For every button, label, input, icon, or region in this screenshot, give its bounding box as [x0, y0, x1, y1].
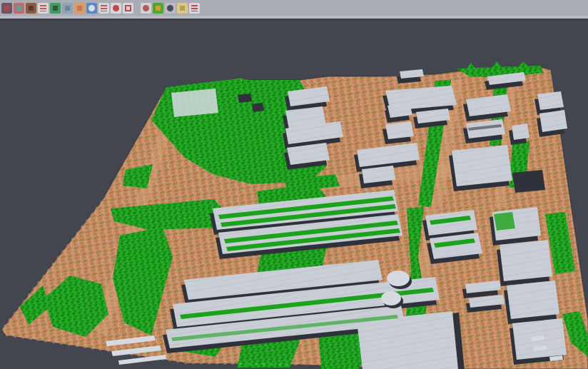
- panel-icon[interactable]: [62, 3, 73, 14]
- building-roof: [537, 91, 564, 110]
- list-icon[interactable]: [98, 3, 109, 14]
- panel-icon-glyph: [65, 6, 70, 11]
- building-roof: [452, 145, 512, 186]
- dark-roof: [238, 93, 252, 103]
- target-icon-glyph: [113, 5, 119, 11]
- gear-icon-glyph: [167, 5, 173, 11]
- flag-icon-glyph: [191, 5, 198, 11]
- 3d-viewport[interactable]: [0, 19, 588, 369]
- vegetation-icon[interactable]: [50, 3, 61, 14]
- vegetation-patch: [465, 63, 477, 71]
- storage-tank: [381, 291, 401, 305]
- selection-icon-glyph: [125, 5, 131, 11]
- ground-class-icon-glyph: [77, 6, 82, 11]
- building-roof: [500, 240, 552, 281]
- selection-icon[interactable]: [123, 3, 133, 14]
- list-icon-glyph: [101, 5, 107, 11]
- flag-icon[interactable]: [189, 3, 200, 14]
- report-icon[interactable]: [177, 3, 188, 14]
- sphere-icon[interactable]: [141, 3, 151, 14]
- target-icon[interactable]: [111, 3, 121, 14]
- sparse-points-icon-glyph: [40, 5, 46, 11]
- globe-icon-glyph: [88, 5, 95, 11]
- light-structure: [171, 89, 218, 117]
- globe-icon[interactable]: [86, 3, 97, 14]
- classify-icon-glyph: [16, 6, 21, 11]
- dark-roof: [512, 170, 545, 193]
- classification-map-icon-glyph: [156, 6, 161, 11]
- building-roof: [512, 123, 529, 140]
- application-window: [0, 0, 588, 369]
- storage-tank: [387, 271, 410, 286]
- point-cloud-scene: [0, 19, 588, 369]
- toolbar: [0, 0, 588, 16]
- points-cloud-icon-glyph: [4, 6, 9, 11]
- roof-skylight-stripe: [494, 212, 515, 231]
- classification-map-icon[interactable]: [153, 3, 163, 14]
- report-icon-glyph: [180, 6, 185, 11]
- building-roof: [507, 280, 559, 319]
- vegetation-patch: [517, 61, 529, 69]
- points-cloud-icon[interactable]: [1, 3, 12, 14]
- terrain-icon[interactable]: [26, 3, 36, 14]
- building-roof: [385, 121, 414, 139]
- building-roof: [539, 110, 567, 132]
- sphere-icon-glyph: [143, 5, 149, 11]
- vegetation-patch: [491, 61, 502, 69]
- gear-icon[interactable]: [165, 3, 176, 14]
- dark-roof: [252, 103, 264, 112]
- ground-class-icon[interactable]: [74, 3, 85, 14]
- terrain-icon-glyph: [29, 6, 34, 11]
- vegetation-icon-glyph: [53, 6, 58, 11]
- sparse-points-icon[interactable]: [38, 3, 49, 14]
- classify-icon[interactable]: [14, 3, 24, 14]
